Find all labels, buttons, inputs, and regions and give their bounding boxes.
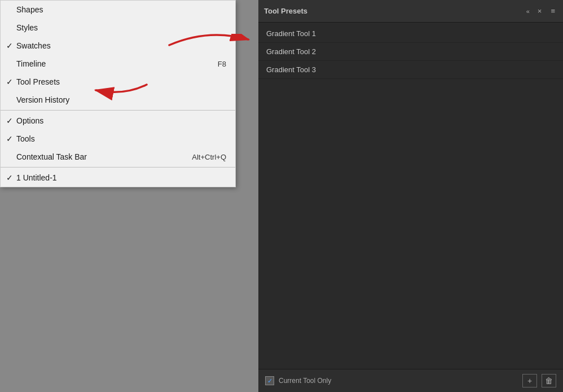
shortcut-contextual: Alt+Ctrl+Q	[192, 153, 226, 161]
close-icon: ×	[538, 7, 542, 15]
menu-label-untitled: 1 Untitled-1	[16, 173, 226, 182]
panel-controls: « × ≡	[524, 6, 557, 16]
menu-label-options: Options	[16, 116, 226, 125]
menu-label-swatches: Swatches	[16, 41, 226, 50]
hamburger-icon: ≡	[551, 7, 555, 15]
panel-menu-button[interactable]: ≡	[548, 6, 557, 16]
menu-label-tool-presets: Tool Presets	[16, 77, 226, 86]
delete-preset-button[interactable]: 🗑	[542, 374, 556, 387]
preset-label-1: Gradient Tool 1	[266, 29, 316, 38]
preset-item-1[interactable]: Gradient Tool 1	[258, 25, 563, 43]
preset-item-2[interactable]: Gradient Tool 2	[258, 43, 563, 61]
checkbox-check-icon: ✓	[267, 377, 272, 385]
menu-item-swatches[interactable]: ✓ Swatches	[1, 37, 235, 55]
panel-collapse-button[interactable]: «	[524, 7, 531, 16]
menu-item-options[interactable]: ✓ Options	[1, 112, 235, 130]
panel-footer: ✓ Current Tool Only + 🗑	[258, 369, 563, 392]
panel-header: Tool Presets « × ≡	[258, 0, 563, 23]
menu-item-tool-presets[interactable]: ✓ Tool Presets	[1, 73, 235, 91]
add-preset-button[interactable]: +	[522, 374, 537, 387]
divider-2	[1, 167, 235, 168]
current-tool-label: Current Tool Only	[279, 377, 518, 385]
checkmark-swatches: ✓	[6, 41, 16, 50]
preset-item-3[interactable]: Gradient Tool 3	[258, 61, 563, 79]
checkmark-tools: ✓	[6, 134, 16, 143]
menu-item-contextual-task-bar[interactable]: Contextual Task Bar Alt+Ctrl+Q	[1, 148, 235, 166]
checkmark-untitled: ✓	[6, 173, 16, 182]
shortcut-timeline: F8	[218, 60, 226, 68]
menu-label-tools: Tools	[16, 134, 226, 143]
panel-title: Tool Presets	[264, 7, 307, 15]
collapse-icon: «	[526, 8, 529, 15]
menu-item-styles[interactable]: Styles	[1, 19, 235, 37]
menu-label-styles: Styles	[16, 23, 226, 32]
menu-item-untitled[interactable]: ✓ 1 Untitled-1	[1, 169, 235, 187]
divider-1	[1, 110, 235, 111]
menu-item-timeline[interactable]: Timeline F8	[1, 55, 235, 73]
menu-label-shapes: Shapes	[16, 5, 226, 14]
current-tool-checkbox[interactable]: ✓	[265, 376, 274, 385]
add-icon: +	[527, 376, 532, 385]
checkmark-tool-presets: ✓	[6, 77, 16, 86]
tool-presets-panel: Tool Presets « × ≡ Gradient Tool 1 Gradi…	[258, 0, 563, 392]
menu-label-version-history: Version History	[16, 95, 226, 104]
dropdown-menu: Shapes Styles ✓ Swatches Timeline F8 ✓ T…	[0, 0, 236, 187]
panel-close-button[interactable]: ×	[535, 6, 544, 16]
panel-header-left: Tool Presets	[264, 7, 307, 15]
menu-label-contextual: Contextual Task Bar	[16, 152, 181, 161]
menu-label-timeline: Timeline	[16, 59, 206, 68]
preset-label-3: Gradient Tool 3	[266, 65, 316, 74]
panel-preset-list: Gradient Tool 1 Gradient Tool 2 Gradient…	[258, 23, 563, 369]
menu-item-shapes[interactable]: Shapes	[1, 1, 235, 19]
menu-item-tools[interactable]: ✓ Tools	[1, 130, 235, 148]
menu-item-version-history[interactable]: Version History	[1, 91, 235, 109]
trash-icon: 🗑	[545, 376, 553, 385]
checkmark-options: ✓	[6, 116, 16, 125]
preset-label-2: Gradient Tool 2	[266, 47, 316, 56]
